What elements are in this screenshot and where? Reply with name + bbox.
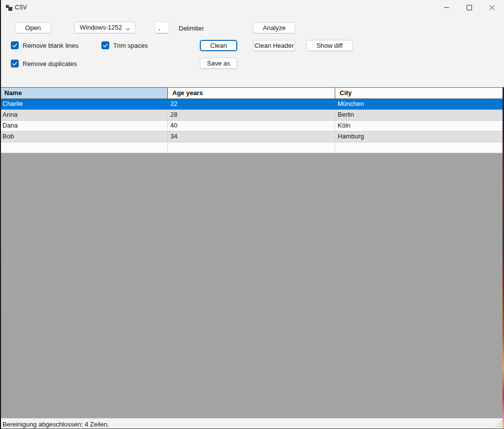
checkbox-label: Remove blank lines	[23, 42, 78, 49]
grid-rows: Charlie22MünchenAnna28BerlinDana40KölnBo…	[0, 99, 504, 153]
table-cell[interactable]: 28	[168, 110, 335, 121]
table-row: Bob34Hamburg	[0, 132, 504, 142]
window-controls	[435, 0, 503, 15]
table-cell[interactable]: München	[335, 99, 504, 110]
column-header-name[interactable]: Name	[0, 88, 168, 99]
table-cell[interactable]: 22	[168, 99, 335, 110]
table-cell[interactable]: Charlie	[0, 99, 168, 110]
close-button[interactable]	[480, 0, 503, 15]
table-cell[interactable]: Dana	[0, 121, 168, 132]
checkmark-icon	[12, 62, 17, 66]
data-grid: NameAge yearsCity Charlie22MünchenAnna28…	[0, 87, 504, 418]
checkbox-box	[101, 41, 109, 49]
clean-button[interactable]: Clean	[200, 40, 237, 51]
checkbox-remove-duplicates[interactable]: Remove duplicates	[11, 60, 77, 67]
maximize-icon	[467, 5, 472, 10]
table-cell[interactable]	[335, 142, 504, 153]
app-icon	[5, 4, 13, 11]
delimiter-input[interactable]	[155, 22, 169, 33]
table-row: Dana40Köln	[0, 121, 504, 132]
titlebar: CSV	[0, 0, 504, 15]
checkbox-label: Trim spaces	[113, 42, 148, 49]
minimize-icon	[444, 5, 449, 10]
window-title: CSV	[15, 4, 27, 11]
checkbox-label: Remove duplicates	[23, 60, 77, 67]
resize-grip-icon[interactable]	[496, 421, 502, 427]
maximize-button[interactable]	[458, 0, 480, 15]
column-header-city[interactable]: City	[335, 88, 504, 99]
chevron-down-icon	[125, 25, 131, 35]
delimiter-label: Delimiter	[179, 25, 204, 32]
table-row: Charlie22München	[0, 99, 504, 110]
checkmark-icon	[12, 43, 17, 48]
table-cell[interactable]: Bob	[0, 132, 168, 142]
table-cell[interactable]: 40	[168, 121, 335, 132]
table-cell[interactable]: Hamburg	[335, 132, 504, 142]
table-cell[interactable]: Anna	[0, 110, 168, 121]
grid-header: NameAge yearsCity	[0, 88, 504, 99]
table-cell[interactable]: 34	[168, 132, 335, 142]
table-cell[interactable]: Köln	[335, 121, 504, 132]
close-icon	[489, 5, 495, 10]
app-window: CSV Open Windows-1252 Delimiter Analyze …	[0, 0, 504, 429]
status-text: Bereinigung abgeschlossen: 4 Zeilen.	[2, 421, 109, 428]
status-bar: Bereinigung abgeschlossen: 4 Zeilen.	[0, 418, 504, 429]
checkbox-box	[11, 41, 19, 49]
show-diff-button[interactable]: Show diff	[306, 40, 353, 51]
checkbox-remove-blank-lines[interactable]: Remove blank lines	[11, 41, 78, 49]
encoding-value: Windows-1252	[80, 24, 122, 31]
encoding-select[interactable]: Windows-1252	[74, 22, 135, 33]
table-row	[0, 142, 504, 153]
table-cell[interactable]	[168, 142, 335, 153]
open-button[interactable]: Open	[15, 22, 51, 33]
clean-header-button[interactable]: Clean Header	[253, 40, 295, 51]
table-cell[interactable]: Berlin	[335, 110, 504, 121]
save-as-button[interactable]: Save as	[200, 58, 237, 69]
table-cell[interactable]	[0, 142, 168, 153]
analyze-button[interactable]: Analyze	[253, 22, 295, 33]
table-row: Anna28Berlin	[0, 110, 504, 121]
column-header-age-years[interactable]: Age years	[168, 88, 335, 99]
checkbox-box	[11, 60, 19, 67]
minimize-button[interactable]	[435, 0, 458, 15]
checkbox-trim-spaces[interactable]: Trim spaces	[101, 41, 148, 49]
checkmark-icon	[103, 43, 108, 48]
